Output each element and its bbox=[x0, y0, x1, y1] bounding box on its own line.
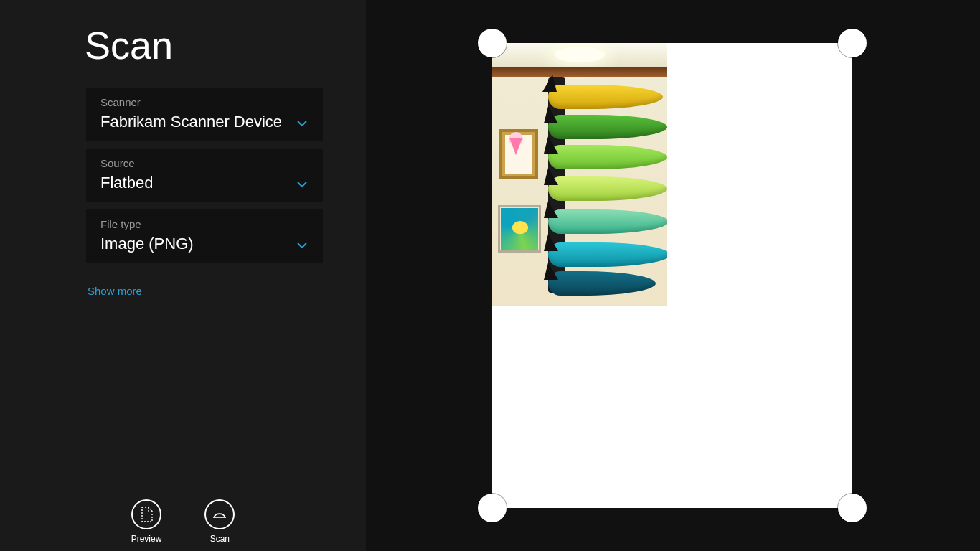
preview-button-label: Preview bbox=[131, 534, 162, 544]
crop-handle-top-right[interactable] bbox=[838, 29, 867, 57]
scanner-label: Scanner bbox=[100, 96, 308, 108]
filetype-label: File type bbox=[100, 218, 308, 230]
filetype-dropdown[interactable]: File type Image (PNG) bbox=[86, 209, 323, 263]
scan-icon bbox=[204, 499, 235, 529]
source-value: Flatbed bbox=[100, 174, 308, 192]
scan-bed[interactable] bbox=[492, 43, 852, 508]
preview-icon bbox=[131, 499, 161, 529]
crop-handle-bottom-left[interactable] bbox=[478, 494, 507, 522]
scanned-image bbox=[492, 43, 667, 306]
preview-button[interactable]: Preview bbox=[131, 499, 162, 544]
show-more-link[interactable]: Show more bbox=[88, 285, 323, 297]
scan-button[interactable]: Scan bbox=[204, 499, 235, 544]
settings-sidebar: Scan Scanner Fabrikam Scanner Device Sou… bbox=[0, 0, 366, 551]
scanner-dropdown[interactable]: Scanner Fabrikam Scanner Device bbox=[86, 88, 323, 141]
preview-pane bbox=[366, 0, 980, 551]
scanner-value: Fabrikam Scanner Device bbox=[100, 113, 308, 131]
scan-button-label: Scan bbox=[210, 534, 230, 544]
crop-handle-bottom-right[interactable] bbox=[838, 494, 867, 522]
chevron-down-icon bbox=[297, 118, 307, 128]
crop-handle-top-left[interactable] bbox=[478, 29, 507, 57]
filetype-value: Image (PNG) bbox=[100, 235, 308, 253]
chevron-down-icon bbox=[297, 179, 307, 189]
page-title: Scan bbox=[85, 23, 323, 67]
source-label: Source bbox=[100, 157, 308, 169]
action-bar: Preview Scan bbox=[0, 499, 366, 544]
source-dropdown[interactable]: Source Flatbed bbox=[86, 149, 323, 202]
chevron-down-icon bbox=[297, 240, 307, 250]
